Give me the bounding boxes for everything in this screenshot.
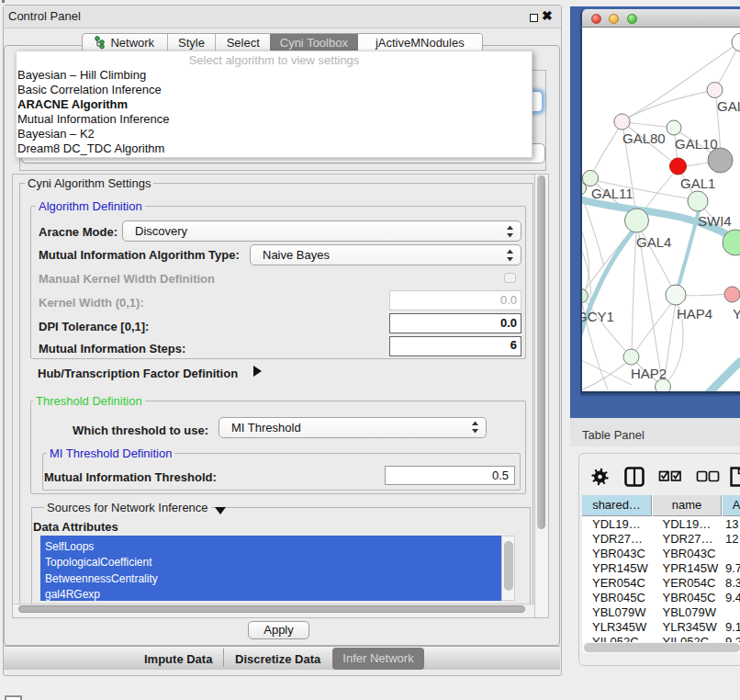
svg-text:HAP2: HAP2 [631,366,667,381]
svg-text:GCY1: GCY1 [582,309,614,324]
svg-text:GAL4: GAL4 [636,234,671,250]
svg-text:HAP4: HAP4 [677,306,712,322]
svg-text:SWI4: SWI4 [698,213,732,229]
svg-text:GAL80: GAL80 [622,130,666,146]
svg-text:GAL1: GAL1 [680,175,715,191]
svg-text:GAL11: GAL11 [591,186,633,201]
svg-text:GAL2: GAL2 [717,98,740,114]
svg-text:Y: Y [733,306,740,322]
svg-text:GAL10: GAL10 [675,136,718,152]
